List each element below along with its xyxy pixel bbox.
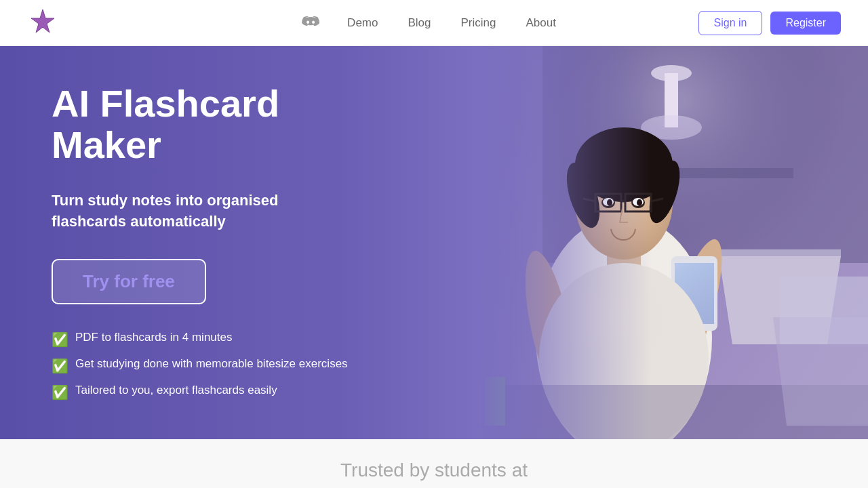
svg-marker-0 [31, 9, 54, 33]
hero-title: AI Flashcard Maker [52, 83, 393, 166]
trusted-section: Trusted by students at [0, 439, 868, 488]
check-icon-1: ✅ [52, 329, 68, 350]
feature-text-3: Tailored to you, export flashcards easil… [75, 382, 277, 399]
feature-text-1: PDF to flashcards in 4 minutes [75, 329, 232, 346]
main-nav: Demo Blog Pricing About [300, 11, 568, 35]
feature-text-2: Get studying done with memorable bitesiz… [75, 355, 348, 373]
nav-pricing[interactable]: Pricing [448, 11, 508, 35]
signin-button[interactable]: Sign in [698, 11, 763, 35]
register-button[interactable]: Register [770, 12, 841, 35]
trusted-title: Trusted by students at [27, 460, 841, 481]
check-icon-3: ✅ [52, 382, 68, 403]
try-for-free-button[interactable]: Try for free [52, 259, 206, 304]
logo-area [27, 7, 58, 39]
header-actions: Sign in Register [698, 11, 842, 35]
check-icon-2: ✅ [52, 356, 68, 376]
hero-content: AI Flashcard Maker Turn study notes into… [0, 46, 420, 439]
discord-icon[interactable] [300, 12, 321, 34]
features-list: ✅ PDF to flashcards in 4 minutes ✅ Get s… [52, 329, 393, 403]
hero-section: AI Flashcard Maker Turn study notes into… [0, 46, 868, 439]
nav-about[interactable]: About [513, 11, 568, 35]
feature-item-3: ✅ Tailored to you, export flashcards eas… [52, 382, 393, 403]
feature-item-2: ✅ Get studying done with memorable bites… [52, 355, 393, 376]
nav-demo[interactable]: Demo [335, 11, 390, 35]
feature-item-1: ✅ PDF to flashcards in 4 minutes [52, 329, 393, 350]
hero-subtitle: Turn study notes into organisedflashcard… [52, 190, 393, 232]
logo-icon [27, 7, 58, 39]
site-header: Demo Blog Pricing About Sign in Register [0, 0, 868, 46]
nav-blog[interactable]: Blog [395, 11, 443, 35]
